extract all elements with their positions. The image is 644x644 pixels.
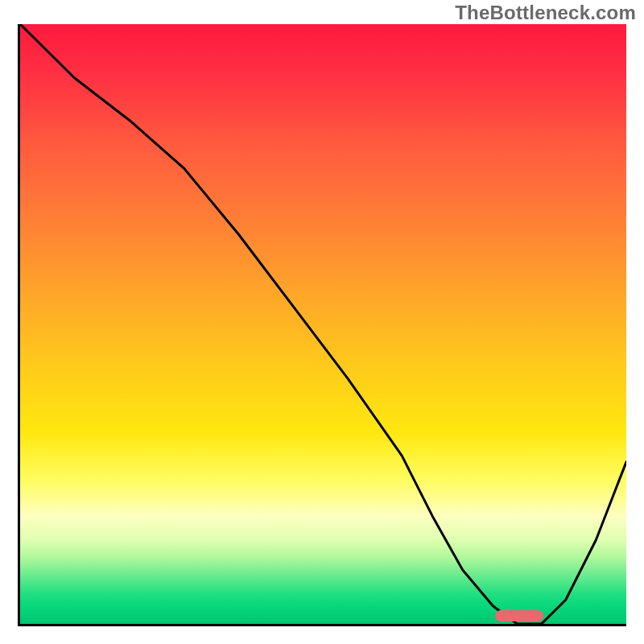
watermark-text: TheBottleneck.com: [455, 2, 636, 24]
chart-container: TheBottleneck.com: [0, 0, 644, 644]
optimum-marker: [495, 610, 543, 621]
plot-area: [18, 24, 626, 626]
bottleneck-curve-svg: [20, 24, 626, 624]
bottleneck-curve-path: [20, 24, 626, 624]
